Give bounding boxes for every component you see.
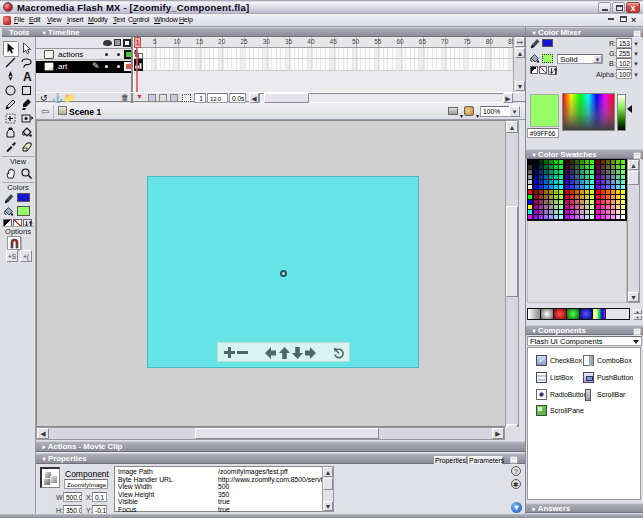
- svg-text:A: A: [23, 70, 32, 83]
